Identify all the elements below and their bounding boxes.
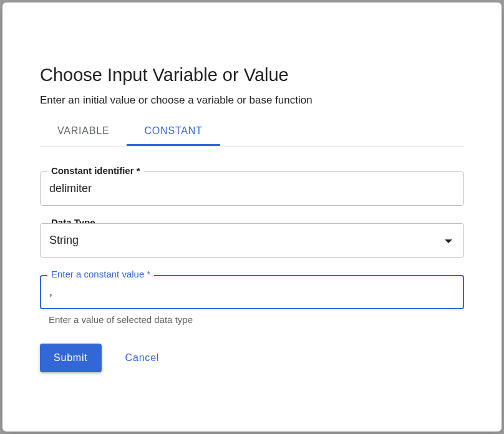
tab-constant[interactable]: Constant [127, 118, 220, 146]
tabs: Variable Constant [40, 118, 464, 147]
field-data-type: Data Type String [40, 223, 464, 258]
dialog: Choose Input Variable or Value Enter an … [2, 2, 502, 432]
constant-identifier-input[interactable] [40, 171, 464, 206]
field-constant-value: Enter a constant value * Enter a value o… [40, 275, 464, 325]
constant-value-input[interactable] [40, 275, 464, 309]
constant-identifier-label: Constant identifier * [47, 165, 144, 176]
tab-variable[interactable]: Variable [40, 118, 127, 146]
dialog-title: Choose Input Variable or Value [40, 65, 464, 85]
submit-button[interactable]: Submit [40, 344, 102, 372]
constant-value-label: Enter a constant value * [47, 269, 154, 279]
data-type-select[interactable]: String [40, 223, 464, 258]
button-row: Submit Cancel [40, 344, 464, 372]
data-type-select-wrapper: String [40, 223, 464, 258]
dialog-subtitle: Enter an initial value or choose a varia… [40, 94, 464, 107]
field-constant-identifier: Constant identifier * [40, 171, 464, 206]
cancel-button[interactable]: Cancel [119, 344, 166, 372]
constant-value-helper: Enter a value of selected data type [49, 314, 464, 325]
